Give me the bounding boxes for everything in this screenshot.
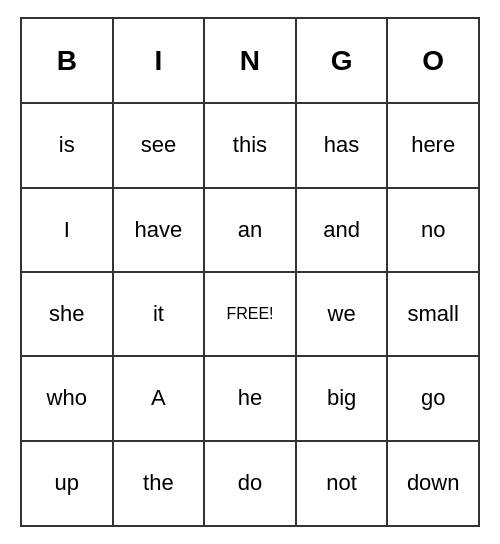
cell-2-2[interactable]: have xyxy=(113,188,205,272)
row-3: she it FREE! we small xyxy=(22,272,478,356)
header-b: B xyxy=(22,19,113,103)
row-2: I have an and no xyxy=(22,188,478,272)
cell-5-2[interactable]: the xyxy=(113,441,205,525)
header-i: I xyxy=(113,19,205,103)
cell-4-2[interactable]: A xyxy=(113,356,205,440)
cell-1-5[interactable]: here xyxy=(387,103,478,187)
cell-3-4[interactable]: we xyxy=(296,272,388,356)
cell-1-1[interactable]: is xyxy=(22,103,113,187)
cell-5-5[interactable]: down xyxy=(387,441,478,525)
cell-3-1[interactable]: she xyxy=(22,272,113,356)
cell-2-5[interactable]: no xyxy=(387,188,478,272)
cell-1-3[interactable]: this xyxy=(204,103,296,187)
cell-4-4[interactable]: big xyxy=(296,356,388,440)
cell-5-4[interactable]: not xyxy=(296,441,388,525)
cell-2-4[interactable]: and xyxy=(296,188,388,272)
cell-1-2[interactable]: see xyxy=(113,103,205,187)
cell-5-3[interactable]: do xyxy=(204,441,296,525)
cell-1-4[interactable]: has xyxy=(296,103,388,187)
header-row: B I N G O xyxy=(22,19,478,103)
cell-3-5[interactable]: small xyxy=(387,272,478,356)
bingo-card: B I N G O is see this has here I have an… xyxy=(20,17,480,527)
header-n: N xyxy=(204,19,296,103)
header-g: G xyxy=(296,19,388,103)
row-5: up the do not down xyxy=(22,441,478,525)
cell-free[interactable]: FREE! xyxy=(204,272,296,356)
header-o: O xyxy=(387,19,478,103)
row-4: who A he big go xyxy=(22,356,478,440)
cell-4-5[interactable]: go xyxy=(387,356,478,440)
cell-5-1[interactable]: up xyxy=(22,441,113,525)
cell-2-1[interactable]: I xyxy=(22,188,113,272)
row-1: is see this has here xyxy=(22,103,478,187)
cell-4-1[interactable]: who xyxy=(22,356,113,440)
cell-2-3[interactable]: an xyxy=(204,188,296,272)
cell-3-2[interactable]: it xyxy=(113,272,205,356)
cell-4-3[interactable]: he xyxy=(204,356,296,440)
